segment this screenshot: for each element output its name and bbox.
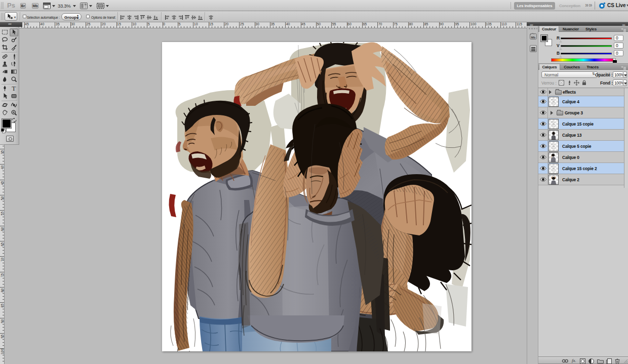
svg-text:T: T xyxy=(12,85,16,92)
svg-text:Mb: Mb xyxy=(531,36,536,39)
